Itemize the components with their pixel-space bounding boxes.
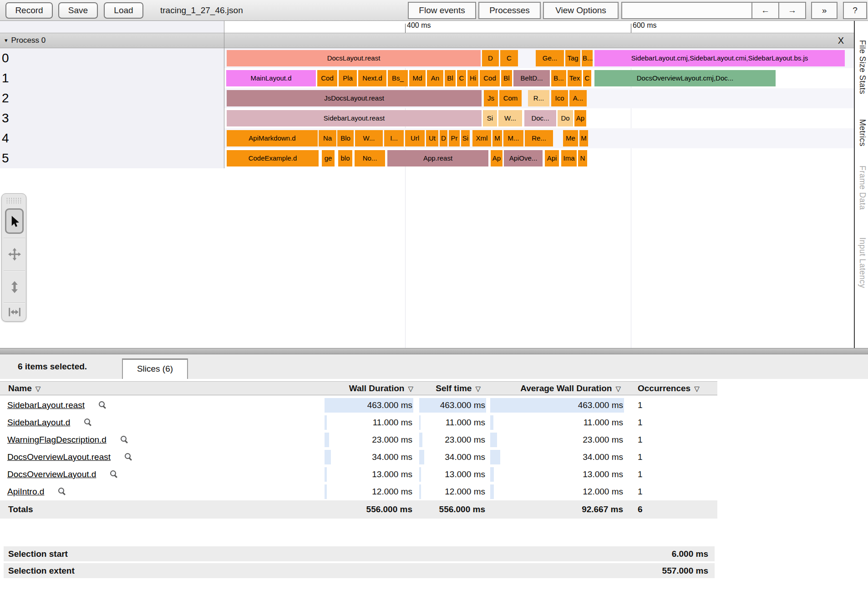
- trace-slice[interactable]: B...: [551, 70, 566, 86]
- column-header-occurrences[interactable]: Occurrences▽: [631, 382, 717, 395]
- save-button[interactable]: Save: [58, 2, 98, 19]
- help-button[interactable]: ?: [843, 2, 867, 19]
- magnifier-icon[interactable]: [120, 435, 128, 444]
- magnifier-icon[interactable]: [84, 418, 92, 426]
- trace-slice[interactable]: Blo: [337, 130, 354, 146]
- slice-name-link[interactable]: SidebarLayout.reast: [7, 400, 85, 410]
- trace-slice[interactable]: C: [583, 70, 591, 86]
- trace-slice[interactable]: blo: [338, 150, 352, 166]
- load-button[interactable]: Load: [104, 2, 143, 19]
- trace-slice[interactable]: Bl: [501, 70, 512, 86]
- trace-slice[interactable]: SidebarLayout.cmj,SidebarLayout.cmi,Side…: [594, 50, 845, 66]
- trace-slice[interactable]: Na: [319, 130, 336, 146]
- column-header-wall-duration[interactable]: Wall Duration▽: [325, 382, 413, 395]
- trace-slice[interactable]: Doc...: [524, 110, 556, 126]
- trace-slice[interactable]: SidebarLayout.reast: [227, 110, 482, 126]
- trace-slice[interactable]: M: [579, 130, 588, 146]
- trace-slice[interactable]: ApiOve...: [504, 150, 543, 166]
- trace-slice[interactable]: DocsOverviewLayout.cmj,Doc...: [594, 70, 776, 86]
- trace-slice[interactable]: Bs_: [388, 70, 408, 86]
- trace-slice[interactable]: I...: [384, 130, 404, 146]
- trace-slice[interactable]: Tag: [565, 50, 580, 66]
- trace-slice[interactable]: Pla: [339, 70, 357, 86]
- trace-slice[interactable]: D: [440, 130, 447, 146]
- trace-slice[interactable]: Com: [499, 90, 522, 106]
- trace-slice[interactable]: Ap: [574, 110, 586, 126]
- slice-name-link[interactable]: DocsOverviewLayout.d: [7, 469, 96, 479]
- trace-slice[interactable]: C: [500, 50, 518, 66]
- magnifier-icon[interactable]: [124, 453, 132, 461]
- trace-slice[interactable]: MainLayout.d: [226, 70, 316, 86]
- trace-slice[interactable]: CodeExample.d: [227, 150, 319, 166]
- trace-slice[interactable]: W...: [355, 130, 383, 146]
- trace-slice[interactable]: No...: [355, 150, 385, 166]
- sidebar-tab-file-size-stats[interactable]: File Size Stats: [858, 40, 867, 94]
- trace-slice[interactable]: Me: [563, 130, 578, 146]
- trace-slice[interactable]: Do: [558, 110, 573, 126]
- overflow-button[interactable]: »: [811, 2, 838, 19]
- tab-slices[interactable]: Slices (6): [122, 358, 188, 379]
- trace-slice[interactable]: Api: [545, 150, 559, 166]
- trace-slice[interactable]: Xml: [472, 130, 491, 146]
- trace-slice[interactable]: A...: [569, 90, 587, 106]
- column-header-self-time[interactable]: Self time▽: [419, 382, 486, 395]
- trace-slice[interactable]: N: [578, 150, 587, 166]
- trace-slice[interactable]: B...: [582, 50, 593, 66]
- trace-slice[interactable]: Ico: [551, 90, 568, 106]
- trace-slice[interactable]: C: [457, 70, 466, 86]
- magnifier-icon[interactable]: [110, 470, 118, 478]
- vertical-zoom-tool-button[interactable]: [2, 272, 27, 302]
- trace-slice[interactable]: Tex: [568, 70, 582, 86]
- trace-slice[interactable]: JsDocsLayout.reast: [227, 90, 482, 106]
- magnifier-icon[interactable]: [98, 401, 107, 409]
- trace-slice[interactable]: R...: [528, 90, 549, 106]
- trace-slice[interactable]: Hi: [467, 70, 478, 86]
- selection-tool-button[interactable]: [2, 207, 27, 237]
- trace-slice[interactable]: Cod: [480, 70, 500, 86]
- slice-name-link[interactable]: ApiIntro.d: [7, 487, 44, 496]
- processes-button[interactable]: Processes: [478, 2, 541, 19]
- timing-tool-button[interactable]: [2, 303, 27, 321]
- trace-slice[interactable]: ge: [322, 150, 335, 166]
- flow-events-button[interactable]: Flow events: [408, 2, 476, 19]
- trace-slice[interactable]: Js: [484, 90, 498, 106]
- slice-name-link[interactable]: SidebarLayout.d: [7, 418, 70, 427]
- trace-slice[interactable]: Si: [483, 110, 497, 126]
- pan-tool-button[interactable]: [2, 239, 27, 269]
- trace-slice[interactable]: DocsLayout.reast: [227, 50, 481, 66]
- view-options-button[interactable]: View Options: [543, 2, 619, 19]
- sidebar-tab-metrics[interactable]: Metrics: [858, 119, 867, 146]
- close-process-button[interactable]: X: [838, 33, 844, 48]
- toolbox-drag-handle[interactable]: [6, 197, 22, 204]
- trace-slice[interactable]: BeltD...: [513, 70, 550, 86]
- trace-slice[interactable]: Pr: [449, 130, 460, 146]
- find-next-button[interactable]: →: [778, 2, 806, 19]
- trace-slice[interactable]: ApiMarkdown.d: [227, 130, 318, 146]
- trace-slice[interactable]: Ima: [561, 150, 577, 166]
- trace-slice[interactable]: Md: [409, 70, 426, 86]
- trace-slice[interactable]: Ut: [426, 130, 438, 146]
- trace-slice[interactable]: App.reast: [387, 150, 488, 166]
- trace-slice[interactable]: M...: [503, 130, 523, 146]
- find-previous-button[interactable]: ←: [751, 2, 779, 19]
- magnifier-icon[interactable]: [58, 487, 66, 495]
- panel-splitter[interactable]: [0, 348, 868, 354]
- trace-slice[interactable]: D: [482, 50, 499, 66]
- trace-slice[interactable]: Next.d: [358, 70, 386, 86]
- trace-slice[interactable]: Bl: [445, 70, 456, 86]
- trace-slice[interactable]: Re...: [525, 130, 553, 146]
- column-header-name[interactable]: Name▽: [0, 382, 325, 395]
- trace-slice[interactable]: Si: [461, 130, 470, 146]
- trace-slice[interactable]: Cod: [317, 70, 337, 86]
- trace-slice[interactable]: Ge...: [536, 50, 564, 66]
- trace-slice[interactable]: Url: [405, 130, 425, 146]
- search-input[interactable]: [621, 2, 752, 19]
- slice-name-link[interactable]: WarningFlagDescription.d: [7, 435, 107, 444]
- slice-name-link[interactable]: DocsOverviewLayout.reast: [7, 452, 111, 462]
- record-button[interactable]: Record: [5, 2, 53, 19]
- trace-slice[interactable]: M: [492, 130, 502, 146]
- trace-slice[interactable]: An: [427, 70, 443, 86]
- timeline-ruler[interactable]: 400 ms600 ms: [0, 21, 854, 33]
- trace-slice[interactable]: W...: [498, 110, 522, 126]
- process-0-header[interactable]: ▾Process 0 X: [0, 33, 854, 48]
